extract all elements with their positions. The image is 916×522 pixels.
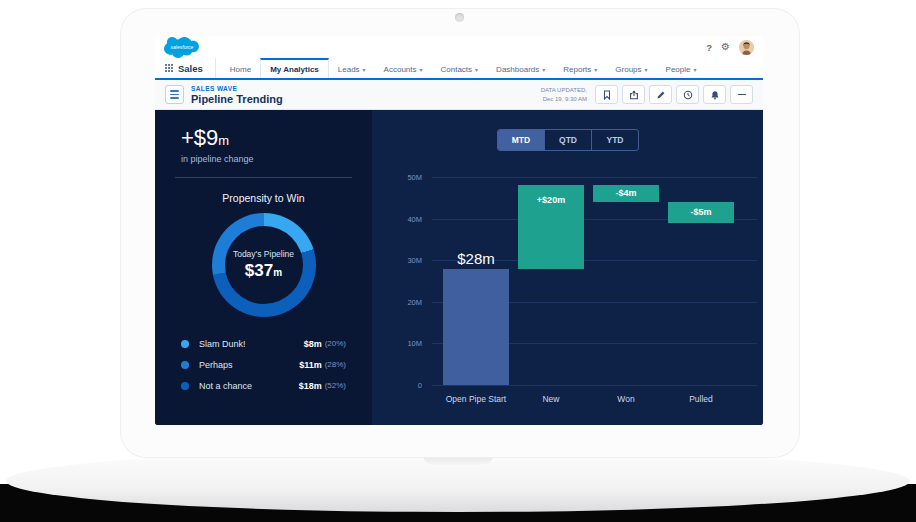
- bell-icon: [710, 90, 720, 100]
- legend-percent: (52%): [325, 381, 346, 390]
- app-launcher[interactable]: Sales: [163, 58, 216, 78]
- laptop-mockup: salesforce ? ⚙: [0, 0, 916, 522]
- tab-people[interactable]: People▾: [657, 58, 706, 78]
- tab-contacts[interactable]: Contacts▾: [432, 58, 488, 78]
- waterfall-chart: 010M20M30M40M50M$28mOpen Pipe Start+$20m…: [372, 110, 763, 425]
- y-tick-label: 40M: [372, 214, 422, 223]
- legend-value: $11m: [299, 360, 322, 370]
- chevron-down-icon: ▾: [645, 66, 648, 73]
- legend-dot: [181, 382, 189, 390]
- app-nav-bar: Sales HomeMy AnalyticsLeads▾Accounts▾Con…: [155, 58, 763, 80]
- y-tick-label: 20M: [372, 297, 422, 306]
- history-button[interactable]: [676, 85, 699, 104]
- x-axis-label: Pulled: [656, 394, 746, 404]
- donut-legend: Slam Dunk! $8m (20%) Perhaps $11m (28%) …: [181, 333, 346, 396]
- laptop-camera: [455, 13, 464, 22]
- donut-center: Today's Pipeline $37m: [225, 226, 303, 304]
- chevron-down-icon: ▾: [420, 66, 423, 73]
- legend-value: $8m: [304, 339, 322, 349]
- legend-row-perhaps[interactable]: Perhaps $11m (28%): [181, 354, 346, 375]
- salesforce-app-window: salesforce ? ⚙: [155, 36, 763, 425]
- tab-my-analytics[interactable]: My Analytics: [260, 58, 329, 78]
- share-icon: [629, 90, 639, 100]
- donut-center-label: Today's Pipeline: [233, 249, 294, 259]
- tab-dashboards[interactable]: Dashboards▾: [487, 58, 554, 78]
- chevron-down-icon: ▾: [693, 66, 696, 73]
- gridline: [432, 385, 757, 386]
- legend-label: Slam Dunk!: [199, 339, 246, 349]
- tab-accounts[interactable]: Accounts▾: [375, 58, 432, 78]
- legend-percent: (28%): [325, 360, 346, 369]
- salesforce-logo-text: salesforce: [164, 44, 200, 50]
- help-icon[interactable]: ?: [706, 42, 712, 53]
- donut-center-value: $37m: [245, 261, 282, 281]
- legend-dot: [181, 361, 189, 369]
- dashboard-body: +$9m in pipeline change Propensity to Wi…: [155, 110, 763, 425]
- more-icon: [738, 94, 746, 96]
- legend-label: Perhaps: [199, 360, 233, 370]
- bar-value-label: $28m: [431, 250, 521, 267]
- chevron-down-icon: ▾: [363, 66, 366, 73]
- notifications-button[interactable]: [703, 85, 726, 104]
- dashboard-eyebrow: SALES WAVE: [191, 85, 283, 92]
- clock-icon: [683, 90, 693, 100]
- pencil-icon: [656, 90, 666, 100]
- y-tick-label: 0: [372, 381, 422, 390]
- legend-percent: (20%): [325, 339, 346, 348]
- more-button[interactable]: [730, 85, 753, 104]
- panel-divider: [175, 177, 352, 178]
- global-header: salesforce ? ⚙: [155, 36, 763, 58]
- pipeline-waterfall-panel: MTDQTDYTD 010M20M30M40M50M$28mOpen Pipe …: [372, 110, 763, 425]
- pipeline-summary-panel: +$9m in pipeline change Propensity to Wi…: [155, 110, 372, 425]
- dashboard-header: SALES WAVE Pipeline Trending DATA UPDATE…: [155, 80, 763, 110]
- y-tick-label: 50M: [372, 173, 422, 182]
- donut-chart-title: Propensity to Win: [155, 192, 372, 204]
- pipeline-change-metric: +$9m: [181, 125, 372, 151]
- tab-reports[interactable]: Reports▾: [554, 58, 606, 78]
- bar-value-label: +$20m: [518, 195, 584, 205]
- legend-dot: [181, 340, 189, 348]
- dashboard-title: Pipeline Trending: [191, 93, 283, 105]
- settings-gear-icon[interactable]: ⚙: [721, 42, 730, 52]
- dashboard-menu-button[interactable]: [165, 85, 184, 104]
- app-name: Sales: [178, 63, 203, 74]
- y-tick-label: 30M: [372, 256, 422, 265]
- edit-button[interactable]: [649, 85, 672, 104]
- tab-home[interactable]: Home: [221, 58, 260, 78]
- bar-value-label: -$5m: [668, 207, 734, 217]
- legend-label: Not a chance: [199, 381, 252, 391]
- tab-groups[interactable]: Groups▾: [606, 58, 656, 78]
- bookmark-button[interactable]: [595, 85, 618, 104]
- pipeline-change-caption: in pipeline change: [181, 154, 372, 164]
- tab-leads[interactable]: Leads▾: [329, 58, 375, 78]
- legend-row-slam-dunk[interactable]: Slam Dunk! $8m (20%): [181, 333, 346, 354]
- user-avatar[interactable]: [739, 40, 754, 55]
- app-launcher-waffle-icon[interactable]: [165, 64, 173, 72]
- data-updated-label: DATA UPDATED, Dec 19, 9:30 AM: [541, 86, 587, 102]
- bookmark-icon: [602, 90, 612, 100]
- legend-row-not-a-chance[interactable]: Not a chance $18m (52%): [181, 375, 346, 396]
- gridline: [432, 177, 757, 178]
- legend-value: $18m: [299, 381, 322, 391]
- share-button[interactable]: [622, 85, 645, 104]
- bar-value-label: -$4m: [593, 188, 659, 198]
- bar-open-pipe-start[interactable]: [443, 269, 509, 385]
- propensity-donut-chart[interactable]: Today's Pipeline $37m: [212, 213, 316, 317]
- chevron-down-icon: ▾: [475, 66, 478, 73]
- salesforce-logo[interactable]: salesforce: [164, 37, 200, 58]
- chevron-down-icon: ▾: [542, 66, 545, 73]
- chevron-down-icon: ▾: [594, 66, 597, 73]
- y-tick-label: 10M: [372, 339, 422, 348]
